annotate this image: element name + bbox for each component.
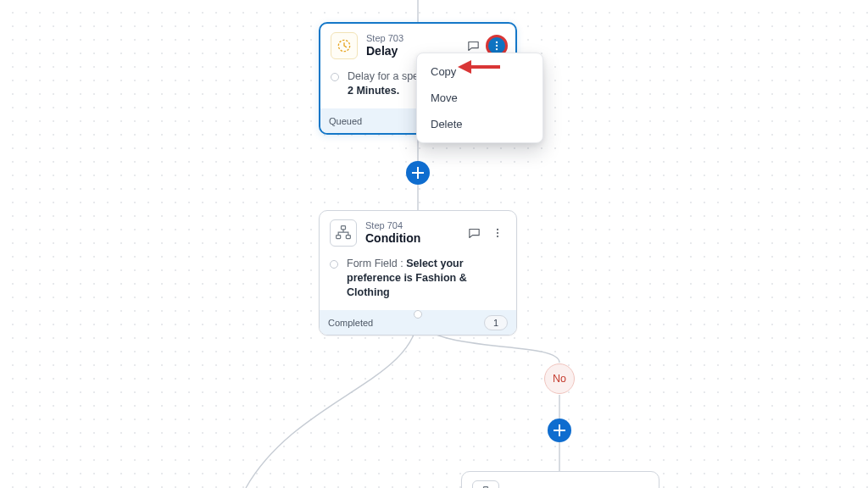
comment-icon[interactable] — [465, 225, 482, 241]
node-delay-step: Step 703 — [366, 33, 456, 44]
svg-point-9 — [497, 229, 498, 230]
delay-icon — [331, 32, 358, 59]
node-bottom-partial[interactable]: Step 706 — [461, 471, 659, 488]
svg-point-3 — [496, 48, 498, 50]
condition-footer-count: 1 — [484, 315, 508, 330]
condition-body-prefix: Form Field : — [347, 258, 406, 269]
node-condition-body: Form Field : Select your preference is F… — [320, 253, 516, 310]
menu-item-move[interactable]: Move — [417, 85, 542, 111]
svg-rect-8 — [346, 236, 350, 239]
comment-icon[interactable] — [465, 37, 481, 54]
branch-label-no: No — [544, 363, 575, 394]
svg-point-10 — [497, 232, 498, 234]
svg-point-2 — [496, 45, 498, 47]
delay-body-strong: 2 Minutes. — [348, 85, 399, 97]
svg-rect-7 — [337, 236, 341, 239]
node-condition-header: Step 704 Condition — [320, 211, 516, 253]
step-marker-dot — [330, 260, 338, 269]
branch-label-no-text: No — [553, 373, 566, 385]
condition-icon — [330, 219, 357, 247]
delay-footer-label: Queued — [329, 116, 362, 126]
add-step-button[interactable] — [406, 161, 430, 185]
node-condition-actions — [465, 225, 506, 241]
context-menu: Copy Move Delete — [416, 53, 543, 143]
more-menu-button[interactable] — [489, 225, 506, 241]
svg-rect-6 — [342, 226, 346, 230]
svg-point-1 — [496, 42, 498, 43]
add-step-button[interactable] — [548, 419, 571, 442]
node-condition-step: Step 704 — [365, 220, 457, 231]
condition-footer-label: Completed — [328, 318, 373, 328]
menu-item-delete[interactable]: Delete — [417, 111, 542, 137]
menu-item-copy[interactable]: Copy — [417, 58, 542, 85]
node-condition-desc: Form Field : Select your preference is F… — [347, 257, 506, 300]
node-condition-title: Condition — [365, 231, 457, 246]
step-marker-dot — [331, 73, 339, 81]
node-bottom-header: Step 706 — [462, 472, 659, 488]
svg-point-11 — [497, 236, 498, 237]
more-menu-button[interactable] — [488, 37, 505, 54]
output-port[interactable] — [414, 310, 422, 319]
condition-icon — [472, 480, 499, 488]
delay-body-prefix: Delay for a spe — [348, 70, 419, 82]
node-condition-titles: Step 704 Condition — [365, 220, 457, 246]
node-delay-desc: Delay for a spe 2 Minutes. — [348, 69, 419, 98]
node-delay-actions — [465, 37, 505, 54]
